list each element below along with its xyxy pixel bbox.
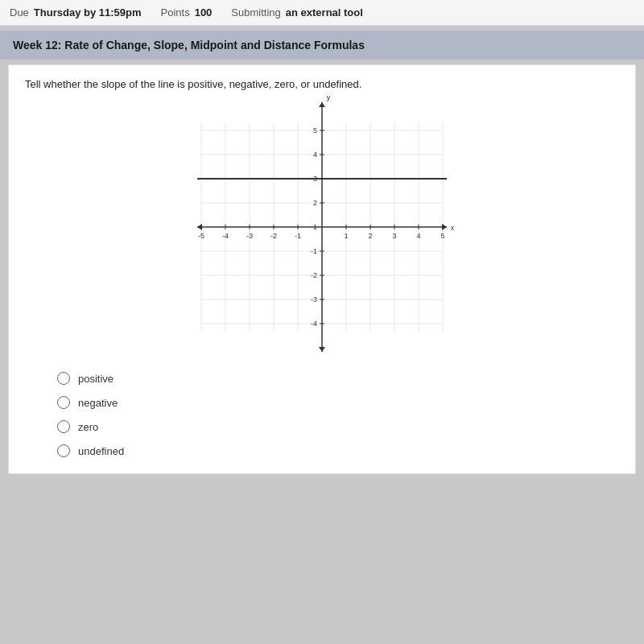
option-positive[interactable]: positive — [57, 372, 619, 385]
svg-text:-1: -1 — [311, 247, 317, 255]
svg-marker-22 — [319, 102, 325, 107]
points-label: Points — [161, 6, 190, 19]
svg-marker-23 — [319, 347, 325, 352]
question-container: Tell whether the slope of the line is po… — [8, 64, 636, 474]
radio-negative[interactable] — [57, 396, 70, 409]
svg-text:-4: -4 — [222, 232, 229, 240]
option-undefined[interactable]: undefined — [57, 444, 619, 457]
radio-zero[interactable] — [57, 420, 70, 433]
week-header-text: Week 12: Rate of Change, Slope, Midpoint… — [13, 39, 365, 52]
svg-text:x: x — [451, 224, 455, 232]
points-item: Points 100 — [161, 6, 213, 19]
option-negative[interactable]: negative — [57, 396, 619, 409]
svg-text:1: 1 — [313, 223, 317, 231]
svg-text:-2: -2 — [270, 232, 277, 240]
svg-text:1: 1 — [344, 232, 348, 240]
svg-text:5: 5 — [313, 126, 317, 134]
question-text: Tell whether the slope of the line is po… — [25, 78, 619, 90]
top-bar: Due Thursday by 11:59pm Points 100 Submi… — [0, 0, 644, 26]
svg-text:2: 2 — [313, 199, 317, 207]
svg-text:4: 4 — [416, 232, 420, 240]
svg-text:4: 4 — [313, 151, 317, 159]
radio-positive[interactable] — [57, 372, 70, 385]
svg-text:3: 3 — [392, 232, 396, 240]
submitting-item: Submitting an external tool — [231, 6, 363, 19]
svg-text:-3: -3 — [311, 295, 317, 303]
svg-text:5: 5 — [440, 232, 444, 240]
coordinate-plane-svg: -5 -4 -3 -2 -1 1 2 3 4 5 — [193, 98, 451, 356]
option-negative-label: negative — [78, 397, 118, 409]
option-positive-label: positive — [78, 373, 114, 385]
due-value: Thursday by 11:59pm — [34, 6, 142, 19]
option-zero-label: zero — [78, 421, 98, 433]
due-item: Due Thursday by 11:59pm — [10, 6, 142, 19]
option-undefined-label: undefined — [78, 445, 124, 457]
due-label: Due — [10, 6, 29, 19]
svg-text:-1: -1 — [295, 232, 301, 240]
answer-options: positive negative zero undefined — [25, 372, 619, 457]
svg-text:-2: -2 — [311, 271, 317, 279]
svg-text:-3: -3 — [246, 232, 253, 240]
submitting-value: an external tool — [286, 6, 363, 19]
points-value: 100 — [195, 6, 213, 19]
svg-text:-5: -5 — [198, 232, 204, 240]
svg-text:y: y — [327, 93, 331, 101]
submitting-label: Submitting — [231, 6, 280, 19]
option-zero[interactable]: zero — [57, 420, 619, 433]
svg-text:2: 2 — [368, 232, 372, 240]
week-header: Week 12: Rate of Change, Slope, Midpoint… — [0, 31, 644, 60]
graph-area: -5 -4 -3 -2 -1 1 2 3 4 5 — [25, 98, 619, 356]
svg-text:-4: -4 — [311, 320, 317, 328]
radio-undefined[interactable] — [57, 444, 70, 457]
